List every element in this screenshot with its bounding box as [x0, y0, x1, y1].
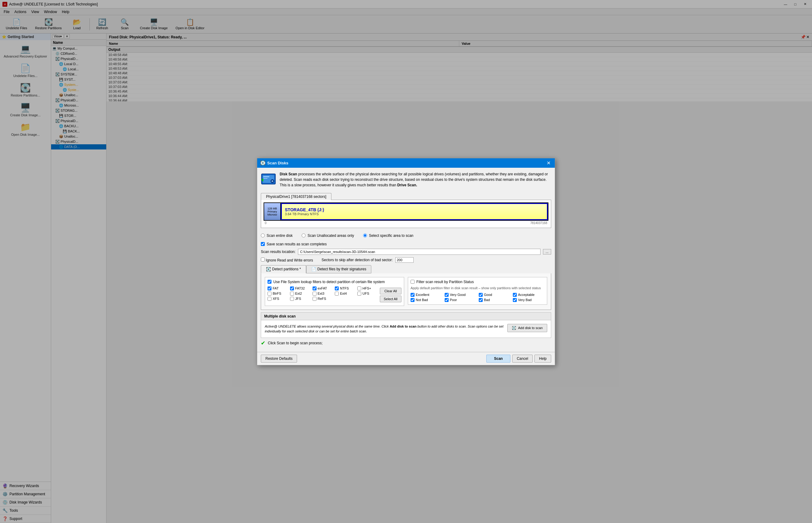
ps-main-checkbox[interactable] — [410, 280, 414, 284]
status-text: Click Scan to begin scan process; — [268, 341, 322, 345]
fs-xfs-checkbox[interactable] — [267, 297, 272, 301]
restore-defaults-button[interactable]: Restore Defaults — [261, 355, 297, 363]
ps-bad-item[interactable]: Bad — [479, 298, 511, 302]
save-results-checkbox[interactable] — [261, 242, 265, 246]
footer-right: Scan Cancel Help — [486, 355, 551, 363]
fs-btrfs-item[interactable]: BtrFS — [267, 292, 288, 295]
ignore-errors-checkbox[interactable] — [261, 257, 265, 262]
fs-filter-right: Filter scan result by Partition Status A… — [408, 277, 547, 306]
fs-ntfs-checkbox[interactable] — [335, 287, 339, 290]
ps-not-bad-checkbox[interactable] — [410, 298, 414, 302]
select-all-button[interactable]: Select All — [380, 295, 402, 302]
fs-ext2-item[interactable]: Ext2 — [290, 292, 310, 295]
fs-refs-checkbox[interactable] — [313, 297, 316, 301]
fs-ext2-checkbox[interactable] — [290, 292, 294, 295]
tab-detect-files[interactable]: 📄 Detect files by their signatures — [306, 265, 372, 273]
ps-not-bad-item[interactable]: Not Bad — [410, 298, 442, 302]
scan-location-input[interactable] — [298, 249, 540, 255]
scan-specific-option[interactable]: Select specific area to scan — [363, 234, 413, 238]
scan-specific-radio[interactable] — [363, 234, 367, 237]
dialog-footer: Restore Defaults Scan Cancel Help — [257, 352, 555, 365]
fs-ext3-item[interactable]: Ext3 — [313, 292, 333, 295]
ps-bad-checkbox[interactable] — [479, 298, 483, 302]
disk-scan-description: Disk Scan processes the whole surface of… — [261, 172, 551, 190]
fs-ntfs-item[interactable]: NTFS — [335, 287, 355, 290]
fs-main-label: Use File System lookup filters to detect… — [273, 280, 385, 284]
scan-unallocated-radio[interactable] — [301, 234, 306, 237]
fs-fat32-checkbox[interactable] — [290, 287, 294, 290]
ps-acceptable-checkbox[interactable] — [513, 293, 517, 297]
cancel-dialog-button[interactable]: Cancel — [512, 355, 533, 363]
fs-ufs-checkbox[interactable] — [357, 292, 361, 295]
drive-tab-container: PhysicalDrive1 [7814037168 sectors] — [261, 193, 551, 200]
ps-poor-checkbox[interactable] — [445, 298, 449, 302]
multi-disk-bold: Add disk to scan — [390, 325, 416, 328]
add-disk-button[interactable]: 💽 Add disk to scan — [508, 324, 547, 332]
ps-checkboxes-grid: Excellent Very Good Good Acceptable Not … — [410, 293, 545, 302]
scan-area-options: Scan entire disk Scan Unallocated areas … — [261, 232, 551, 239]
scan-entire-disk-radio[interactable] — [261, 234, 265, 237]
fs-ext4-checkbox[interactable] — [335, 292, 339, 295]
fs-jfs-checkbox[interactable] — [290, 297, 294, 301]
tab-detect-files-icon: 📄 — [311, 267, 316, 272]
fs-ufs-item[interactable]: UFS — [357, 292, 377, 295]
ps-good-checkbox[interactable] — [479, 293, 483, 297]
ps-excellent-item[interactable]: Excellent — [410, 293, 442, 297]
dialog-body: Disk Scan processes the whole surface of… — [257, 168, 555, 352]
fs-hfsplus-item[interactable]: HFS+ — [357, 287, 377, 290]
scan-dialog-button[interactable]: Scan — [486, 355, 511, 363]
tab-detect-partitions-label: Detect partitions * — [272, 267, 301, 271]
ignore-errors-label[interactable]: Ignore Read and Write errors — [261, 257, 313, 263]
fs-hfsplus-checkbox[interactable] — [357, 287, 361, 290]
disk-label-start: 0 — [265, 221, 266, 225]
fs-xfs-item[interactable]: XFS — [267, 297, 288, 301]
ps-very-good-checkbox[interactable] — [445, 293, 449, 297]
scan-unallocated-label: Scan Unallocated areas only — [308, 234, 354, 238]
ps-good-item[interactable]: Good — [479, 293, 511, 297]
multi-disk-text-pre: Active@ UNDELETE allows scanning several… — [265, 325, 390, 328]
fs-jfs-item[interactable]: JFS — [290, 297, 310, 301]
sectors-skip-input[interactable] — [395, 257, 413, 263]
fs-ext4-item[interactable]: Ext4 — [335, 292, 355, 295]
fs-main-checkbox-input[interactable] — [267, 280, 272, 284]
ps-very-bad-checkbox[interactable] — [513, 298, 517, 302]
disk-partition-main: STORAGE_4TB (J:) 3.64 TB Primary NTFS — [281, 203, 548, 220]
fs-fat-checkbox[interactable] — [267, 287, 272, 290]
dialog-icon: 💽 — [260, 160, 265, 165]
ps-excellent-checkbox[interactable] — [410, 293, 414, 297]
ps-poor-item[interactable]: Poor — [445, 298, 476, 302]
fs-checkboxes-grid: FAT FAT32 exFAT NTFS HFS+ BtrFS Ext2 Ext… — [267, 287, 377, 301]
multiple-disk-section: Multiple disk scan Active@ UNDELETE allo… — [261, 312, 551, 338]
scan-dialog: 💽 Scan Disks ✕ — [257, 158, 555, 365]
save-results-label[interactable]: Save scan results as scan completes — [261, 242, 327, 246]
ps-very-bad-item[interactable]: Very Bad — [513, 298, 545, 302]
save-results-row: Save scan results as scan completes — [261, 242, 551, 246]
tab-detect-partitions-icon: 💽 — [266, 267, 271, 272]
fs-fat32-item[interactable]: FAT32 — [290, 287, 310, 290]
ps-header-label: Filter scan result by Partition Status — [416, 280, 474, 284]
scan-unallocated-option[interactable]: Scan Unallocated areas only — [301, 234, 354, 238]
fs-exfat-item[interactable]: exFAT — [313, 287, 333, 290]
clear-all-button[interactable]: Clear All — [380, 288, 402, 294]
fs-ext3-checkbox[interactable] — [313, 292, 316, 295]
multiple-disk-header[interactable]: Multiple disk scan — [261, 313, 551, 320]
fs-checkbox-group: Use File System lookup filters to detect… — [265, 277, 404, 306]
ps-very-good-item[interactable]: Very Good — [445, 293, 476, 297]
disk-partition-main-name: STORAGE_4TB (J:) — [285, 207, 544, 212]
fs-fat-item[interactable]: FAT — [267, 287, 288, 290]
save-results-text: Save scan results as scan completes — [266, 242, 327, 246]
fs-refs-item[interactable]: ReFS — [313, 297, 333, 301]
fs-exfat-checkbox[interactable] — [313, 287, 316, 290]
browse-button[interactable]: ... — [543, 249, 551, 254]
scan-location-row: Scan results location: ... — [261, 249, 551, 255]
drive-tab[interactable]: PhysicalDrive1 [7814037168 sectors] — [261, 193, 331, 200]
ignore-errors-text: Ignore Read and Write errors — [266, 258, 313, 263]
ps-acceptable-item[interactable]: Acceptable — [513, 293, 545, 297]
scan-entire-disk-option[interactable]: Scan entire disk — [261, 234, 293, 238]
tab-detect-partitions[interactable]: 💽 Detect partitions * — [261, 265, 306, 273]
dialog-close-button[interactable]: ✕ — [546, 160, 552, 166]
fs-btrfs-checkbox[interactable] — [267, 292, 272, 295]
desc-disk-icon — [261, 172, 276, 190]
svg-rect-4 — [263, 176, 269, 177]
help-dialog-button[interactable]: Help — [534, 355, 551, 363]
